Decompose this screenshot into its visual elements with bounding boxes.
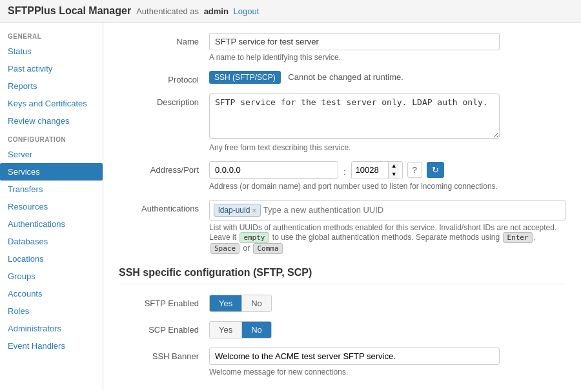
sidebar-item-locations[interactable]: Locations (0, 250, 103, 268)
sidebar-item-review-changes[interactable]: Review changes (0, 112, 103, 130)
ssh-banner-input[interactable] (209, 348, 500, 365)
topbar: SFTPPlus Local Manager Authenticated as … (0, 0, 581, 23)
sidebar: GENERAL Status Past activity Reports Key… (0, 23, 103, 391)
sidebar-item-services[interactable]: Services (0, 163, 103, 181)
sidebar-item-groups[interactable]: Groups (0, 268, 103, 285)
sidebar-item-reports[interactable]: Reports (0, 77, 103, 95)
address-port-content: : ▲ ▼ ? ↻ Address (or domain name) and p… (209, 161, 566, 191)
protocol-hint: Cannot be changed at runtime. (288, 72, 403, 82)
protocol-badge: SSH (SFTP/SCP) (209, 71, 281, 84)
protocol-label: Protocol (119, 71, 209, 84)
description-label: Description (119, 93, 209, 107)
ssh-banner-label: SSH Banner (119, 348, 209, 361)
auth-empty-badge: empty (240, 232, 269, 243)
colon-separator: : (341, 163, 349, 177)
general-section-label: GENERAL (0, 26, 103, 43)
scp-enabled-row: SCP Enabled Yes No (119, 321, 566, 338)
auth-label: Authentications (119, 200, 209, 213)
sftp-enabled-row: SFTP Enabled Yes No (119, 295, 566, 312)
address-port-label: Address/Port (119, 161, 209, 175)
port-up-btn[interactable]: ▲ (389, 162, 400, 170)
sidebar-item-administrators[interactable]: Administrators (0, 320, 103, 337)
port-input[interactable] (352, 162, 388, 178)
main-content: Name A name to help identifying this ser… (103, 23, 581, 391)
auth-hint3: to use the global authentication methods… (272, 233, 500, 242)
sidebar-item-status[interactable]: Status (0, 43, 103, 60)
sftp-toggle-group: Yes No (209, 295, 272, 312)
name-content: A name to help identifying this service. (209, 33, 566, 62)
sidebar-item-accounts[interactable]: Accounts (0, 285, 103, 302)
auth-space-badge: Space (210, 243, 240, 254)
auth-enter-badge: Enter (503, 232, 532, 243)
sftp-yes-btn[interactable]: Yes (210, 295, 241, 311)
sidebar-item-resources[interactable]: Resources (0, 198, 103, 215)
sftp-enabled-content: Yes No (209, 295, 566, 312)
auth-text: Authenticated as admin Logout (136, 6, 259, 16)
scp-yes-btn[interactable]: Yes (210, 322, 241, 338)
auth-or: or (243, 244, 250, 253)
description-hint: Any free form text describing this servi… (209, 143, 566, 152)
scp-toggle-group: Yes No (209, 321, 272, 338)
port-info-btn[interactable]: ? (407, 162, 422, 178)
sidebar-item-roles[interactable]: Roles (0, 302, 103, 320)
protocol-content: SSH (SFTP/SCP) Cannot be changed at runt… (209, 71, 566, 84)
scp-enabled-label: SCP Enabled (119, 321, 209, 335)
sidebar-item-databases[interactable]: Databases (0, 233, 103, 250)
protocol-row: Protocol SSH (SFTP/SCP) Cannot be change… (119, 71, 566, 84)
logout-link[interactable]: Logout (234, 6, 260, 16)
auth-hint: List with UUIDs of authentication method… (209, 223, 566, 254)
address-port-row: Address/Port : ▲ ▼ ? ↻ Address (or do (119, 161, 566, 191)
name-input[interactable] (209, 33, 500, 50)
address-hint: Address (or domain name) and port number… (209, 182, 566, 191)
ssh-banner-row: SSH Banner Welcome message for new conne… (119, 348, 566, 377)
port-spinners: ▲ ▼ (388, 162, 400, 179)
app-title: SFTPPlus Local Manager (8, 5, 131, 17)
port-down-btn[interactable]: ▼ (389, 170, 400, 179)
config-section-label: CONFIGURATION (0, 130, 103, 146)
scp-no-btn[interactable]: No (241, 322, 271, 338)
sftp-no-btn[interactable]: No (241, 295, 271, 311)
auth-field[interactable]: ldap-uuid × (209, 200, 566, 220)
sftp-enabled-label: SFTP Enabled (119, 295, 209, 308)
port-refresh-btn[interactable]: ↻ (427, 162, 444, 178)
ssh-banner-content: Welcome message for new connections. (209, 348, 566, 377)
sidebar-item-keys-certs[interactable]: Keys and Certificates (0, 95, 103, 112)
name-label: Name (119, 33, 209, 46)
address-input[interactable] (209, 161, 338, 179)
sidebar-item-past-activity[interactable]: Past activity (0, 60, 103, 77)
name-hint: A name to help identifying this service. (209, 53, 566, 62)
sidebar-item-event-handlers[interactable]: Event Handlers (0, 337, 103, 355)
ssh-section-header: SSH specific configuration (SFTP, SCP) (119, 267, 566, 284)
name-row: Name A name to help identifying this ser… (119, 33, 566, 62)
auth-comma-badge: Comma (253, 243, 282, 254)
sidebar-item-authentications[interactable]: Authentications (0, 215, 103, 233)
sidebar-item-transfers[interactable]: Transfers (0, 181, 103, 198)
description-content: Any free form text describing this servi… (209, 93, 566, 152)
auth-row: Authentications ldap-uuid × List with UU… (119, 200, 566, 254)
auth-tag-text: ldap-uuid (218, 206, 250, 215)
auth-hint2: Leave it (209, 233, 236, 242)
scp-enabled-content: Yes No (209, 321, 566, 338)
auth-username: admin (204, 6, 229, 16)
port-wrap: ▲ ▼ (351, 161, 403, 179)
auth-tag: ldap-uuid × (214, 204, 261, 217)
auth-content: ldap-uuid × List with UUIDs of authentic… (209, 200, 566, 254)
auth-hint1: List with UUIDs of authentication method… (209, 223, 556, 232)
auth-uuid-input[interactable] (263, 205, 561, 215)
ssh-banner-hint: Welcome message for new connections. (209, 368, 566, 377)
description-input[interactable] (209, 93, 500, 139)
description-row: Description Any free form text describin… (119, 93, 566, 152)
auth-tag-close[interactable]: × (252, 206, 256, 214)
sidebar-item-server[interactable]: Server (0, 146, 103, 163)
